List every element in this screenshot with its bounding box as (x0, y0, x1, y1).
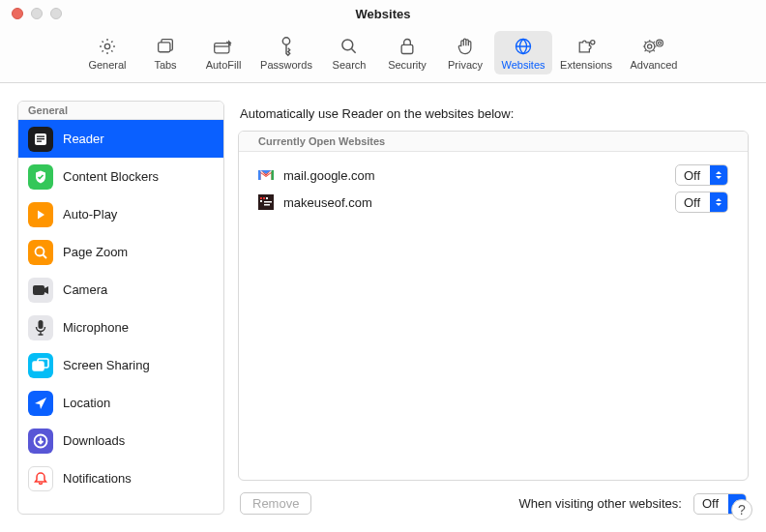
sidebar-item-label: Auto-Play (63, 207, 117, 222)
gears-icon (642, 36, 665, 57)
svg-rect-23 (272, 170, 275, 180)
sidebar-item-label: Screen Sharing (63, 358, 150, 372)
tab-autofill[interactable]: AutoFill (194, 31, 252, 74)
svg-rect-30 (264, 204, 270, 206)
download-icon (28, 429, 53, 454)
help-button[interactable]: ? (731, 499, 752, 520)
sidebar-item-label: Reader (63, 132, 104, 146)
svg-rect-28 (260, 200, 262, 202)
tab-general[interactable]: General (78, 31, 136, 74)
website-row[interactable]: makeuseof.com Off (252, 189, 734, 216)
bell-icon (28, 466, 53, 491)
sidebar-item-label: Page Zoom (63, 245, 128, 259)
tab-label: Extensions (560, 59, 612, 71)
main-panel: Automatically use Reader on the websites… (238, 101, 749, 515)
microphone-icon (28, 315, 53, 340)
svg-point-7 (591, 41, 595, 44)
tab-websites[interactable]: Websites (494, 31, 552, 74)
play-icon (28, 202, 53, 227)
svg-point-9 (645, 42, 655, 51)
tab-label: Websites (501, 59, 545, 71)
tab-label: Tabs (154, 59, 176, 71)
window-controls (0, 8, 62, 19)
select-value: Off (694, 496, 728, 511)
camera-icon (28, 278, 53, 303)
panel-footer: Remove When visiting other websites: Off (238, 481, 749, 515)
svg-point-16 (36, 247, 44, 255)
website-domain: makeuseof.com (283, 195, 665, 210)
sidebar-item-page-zoom[interactable]: Page Zoom (18, 233, 223, 271)
close-window-button[interactable] (12, 8, 23, 19)
svg-rect-17 (33, 285, 44, 295)
sidebar-item-content-blockers[interactable]: Content Blockers (18, 158, 223, 195)
panel-description: Automatically use Reader on the websites… (240, 106, 749, 121)
website-row[interactable]: mail.google.com Off (252, 162, 734, 189)
svg-rect-13 (37, 135, 44, 136)
svg-point-0 (104, 44, 109, 48)
reader-setting-select[interactable]: Off (675, 192, 728, 213)
sidebar-item-auto-play[interactable]: Auto-Play (18, 195, 223, 233)
svg-rect-22 (258, 170, 261, 180)
sidebar-item-notifications[interactable]: Notifications (18, 459, 223, 497)
other-websites-label: When visiting other websites: (519, 496, 682, 511)
preferences-toolbar: General Tabs AutoFill Passwords Search S… (0, 27, 766, 83)
tab-label: AutoFill (206, 59, 242, 71)
sidebar-item-label: Notifications (63, 471, 132, 486)
svg-point-3 (282, 38, 289, 44)
tab-tabs[interactable]: Tabs (136, 31, 194, 74)
tab-advanced[interactable]: Advanced (620, 31, 688, 74)
tab-extensions[interactable]: Extensions (552, 31, 620, 74)
svg-rect-25 (260, 197, 262, 199)
remove-button[interactable]: Remove (240, 492, 311, 515)
sidebar-item-microphone[interactable]: Microphone (18, 309, 223, 346)
pencil-card-icon (213, 36, 234, 57)
search-icon (339, 36, 359, 57)
svg-rect-18 (39, 320, 44, 329)
makeuseof-favicon (258, 194, 274, 210)
zoom-icon (28, 240, 53, 265)
svg-rect-5 (401, 44, 413, 53)
svg-point-4 (342, 40, 353, 50)
shield-check-icon (28, 164, 53, 190)
globe-icon (514, 36, 533, 57)
tab-label: Advanced (631, 59, 678, 71)
tab-label: Privacy (448, 59, 483, 71)
svg-rect-26 (263, 197, 265, 199)
tab-security[interactable]: Security (378, 31, 436, 74)
section-header: Currently Open Websites (239, 132, 748, 152)
content-area: General Reader Content Blockers Auto-Pla… (0, 83, 766, 532)
sidebar-item-screen-sharing[interactable]: Screen Sharing (18, 346, 223, 384)
tab-search[interactable]: Search (320, 31, 378, 74)
tabs-icon (156, 36, 175, 57)
key-icon (279, 36, 294, 57)
zoom-window-button[interactable] (50, 8, 62, 19)
window-title: Websites (0, 7, 766, 21)
tab-label: Security (388, 59, 427, 71)
gmail-favicon (258, 167, 274, 183)
select-value: Off (676, 168, 710, 183)
tab-privacy[interactable]: Privacy (436, 31, 494, 74)
svg-rect-29 (264, 201, 272, 203)
sidebar-item-label: Content Blockers (63, 169, 159, 184)
titlebar: Websites (0, 0, 766, 27)
svg-rect-14 (37, 138, 44, 139)
svg-rect-27 (266, 197, 268, 199)
svg-rect-1 (159, 43, 170, 52)
reader-setting-select[interactable]: Off (675, 164, 728, 186)
sidebar-item-downloads[interactable]: Downloads (18, 422, 223, 459)
sidebar-item-camera[interactable]: Camera (18, 271, 223, 309)
svg-point-10 (658, 42, 661, 44)
tab-passwords[interactable]: Passwords (252, 31, 320, 74)
tab-label: General (88, 59, 126, 71)
sidebar-section-header: General (18, 102, 223, 120)
svg-rect-2 (215, 44, 229, 53)
sidebar-item-location[interactable]: Location (18, 384, 223, 422)
website-domain: mail.google.com (283, 168, 665, 183)
minimize-window-button[interactable] (31, 8, 43, 19)
sidebar-list: Reader Content Blockers Auto-Play Page Z… (18, 120, 223, 514)
reader-icon (28, 127, 53, 152)
tab-label: Passwords (260, 59, 312, 71)
settings-sidebar: General Reader Content Blockers Auto-Pla… (17, 101, 224, 515)
sidebar-item-reader[interactable]: Reader (18, 120, 223, 158)
puzzle-icon (575, 36, 597, 57)
